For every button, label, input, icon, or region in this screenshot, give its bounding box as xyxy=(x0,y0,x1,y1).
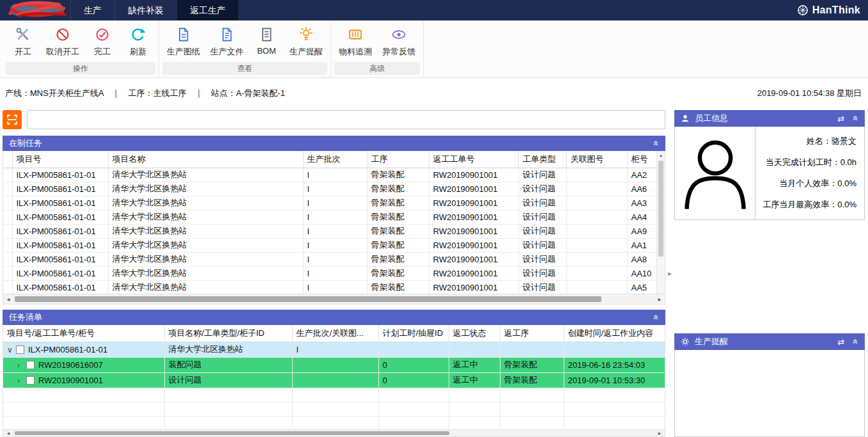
bom-button[interactable]: BOM xyxy=(249,22,284,56)
table-row[interactable]: ILX-PM005861-01-01清华大学北区换热站I骨架装配RW201909… xyxy=(3,210,665,224)
scroll-right-arrow-icon[interactable]: ▸ xyxy=(655,431,665,436)
vertical-scrollbar[interactable]: ▴ xyxy=(656,151,665,294)
row-selector[interactable] xyxy=(3,266,12,280)
table-row[interactable]: ILX-PM005861-01-01清华大学北区换热站I骨架装配RW201909… xyxy=(3,168,665,182)
row-selector[interactable] xyxy=(3,182,12,196)
column-header[interactable]: 返工工单号 xyxy=(429,151,518,168)
column-header[interactable]: 生产批次/关联图... xyxy=(292,325,378,342)
collapse-chevron-icon[interactable]: « xyxy=(853,337,858,347)
process-month-best-efficiency-field: 工序当月最高效率：0.0% xyxy=(756,194,856,215)
table-row[interactable]: ∨ILX-PM005861-01-01清华大学北区换热站I xyxy=(3,342,665,357)
collapse-chevron-icon[interactable]: « xyxy=(654,313,659,322)
column-header[interactable]: 返工状态 xyxy=(449,325,500,342)
table-row[interactable]: ILX-PM005861-01-01清华大学北区换热站I骨架装配RW201909… xyxy=(3,238,665,252)
column-header[interactable]: 项目号/返工工单号/柜号 xyxy=(3,325,164,342)
collapse-chevron-icon[interactable]: « xyxy=(654,139,659,148)
horizontal-scrollbar[interactable]: ◂ ▸ xyxy=(3,430,665,437)
start-work-button[interactable]: 开工 xyxy=(5,22,41,58)
chevron-right-icon[interactable]: › xyxy=(17,376,24,385)
scrollbar-thumb[interactable] xyxy=(658,161,663,257)
tab-missing-parts[interactable]: 缺件补装 xyxy=(114,0,176,20)
table-cell: 清华大学北区换热站 xyxy=(108,280,303,294)
row-selector[interactable] xyxy=(3,168,12,182)
button-label: BOM xyxy=(257,46,276,56)
table-cell: 设计问题 xyxy=(518,196,566,210)
ribbon-toolbar: 开工 取消开工 完工 刷新 操作 xyxy=(0,20,868,78)
row-selector[interactable] xyxy=(3,280,12,294)
scrollbar-thumb[interactable] xyxy=(15,296,601,302)
table-cell: I xyxy=(303,238,367,252)
column-header[interactable]: 关联图号 xyxy=(566,151,627,168)
row-selector[interactable] xyxy=(3,252,12,266)
button-label: 生产提醒 xyxy=(290,46,323,58)
production-files-button[interactable]: 生产文件 xyxy=(205,22,249,58)
column-header[interactable]: 创建时间/返工作业内容 xyxy=(564,325,665,342)
scroll-up-arrow-icon[interactable]: ▴ xyxy=(657,151,665,159)
row-selector[interactable] xyxy=(3,196,12,210)
row-selector-header xyxy=(3,151,12,168)
production-drawings-button[interactable]: 生产图纸 xyxy=(162,22,205,58)
scroll-left-arrow-icon[interactable]: ◂ xyxy=(3,295,13,304)
tab-rework-production[interactable]: 返工生产 xyxy=(176,0,239,20)
row-selector[interactable] xyxy=(3,210,12,224)
datetime-text: 2019-09-01 10:54:38 星期日 xyxy=(757,88,862,99)
scan-row xyxy=(3,110,665,129)
cancel-start-button[interactable]: 取消开工 xyxy=(41,22,84,58)
scroll-right-arrow-icon[interactable]: ▸ xyxy=(655,295,665,304)
table-row[interactable]: ILX-PM005861-01-01清华大学北区换热站I骨架装配RW201909… xyxy=(3,182,665,196)
chevron-down-icon[interactable]: ∨ xyxy=(7,346,13,354)
scroll-left-arrow-icon[interactable]: ◂ xyxy=(3,431,13,436)
table-row[interactable]: ILX-PM005861-01-01清华大学北区换热站I骨架装配RW201909… xyxy=(3,280,665,294)
wip-table-wrap: 项目号项目名称生产批次工序返工工单号工单类型关联图号柜号ILX-PM005861… xyxy=(3,151,665,294)
table-row[interactable]: ILX-PM005861-01-01清华大学北区换热站I骨架装配RW201909… xyxy=(3,224,665,238)
column-header[interactable]: 项目名称/工单类型/柜子ID xyxy=(164,325,292,342)
column-header[interactable]: 返工序 xyxy=(500,325,564,342)
table-row[interactable]: ›RW20190616007装配问题0返工中骨架装配2019-06-16 23:… xyxy=(3,357,665,372)
table-cell xyxy=(378,416,449,430)
horizontal-scrollbar[interactable]: ◂ ▸ xyxy=(3,294,665,305)
column-header[interactable]: 计划工时/抽屉ID xyxy=(378,325,449,342)
row-selector[interactable] xyxy=(3,238,12,252)
table-row[interactable]: ILX-PM005861-01-01清华大学北区换热站I骨架装配RW201909… xyxy=(3,266,665,280)
table-cell xyxy=(566,168,627,182)
scan-input[interactable] xyxy=(27,110,665,129)
swap-panel-icon[interactable]: ⇄ xyxy=(837,114,844,123)
section-title: 在制任务 xyxy=(9,138,42,149)
panel-splitter[interactable]: ▸ xyxy=(665,110,674,437)
table-cell xyxy=(564,402,665,416)
production-reminder-button[interactable]: 生产提醒 xyxy=(284,22,328,58)
table-row[interactable]: ILX-PM005861-01-01清华大学北区换热站I骨架装配RW201909… xyxy=(3,252,665,266)
employee-card-header: 员工信息 ⇄ « xyxy=(674,110,865,127)
table-row[interactable]: ›RW20190901001设计问题0返工中骨架装配2019-09-01 10:… xyxy=(3,372,665,388)
row-checkbox[interactable] xyxy=(16,346,24,354)
row-selector[interactable] xyxy=(3,224,12,238)
ribbon-group-label: 操作 xyxy=(6,62,155,75)
card-title: 生产提醒 xyxy=(695,336,728,347)
column-header[interactable]: 工序 xyxy=(367,151,429,168)
table-cell xyxy=(378,388,449,402)
scrollbar-thumb[interactable] xyxy=(15,431,449,435)
exception-feedback-button[interactable]: 异常反馈 xyxy=(377,22,421,58)
table-cell: 清华大学北区换热站 xyxy=(108,182,303,196)
column-header[interactable]: 项目名称 xyxy=(108,151,303,168)
button-label: 生产图纸 xyxy=(167,46,200,58)
refresh-button[interactable]: 刷新 xyxy=(120,22,156,58)
row-checkbox[interactable] xyxy=(26,376,35,385)
scan-button[interactable] xyxy=(3,110,22,129)
table-row[interactable]: ILX-PM005861-01-01清华大学北区换热站I骨架装配RW201909… xyxy=(3,196,665,210)
swap-panel-icon[interactable]: ⇄ xyxy=(837,337,844,347)
row-checkbox[interactable] xyxy=(26,361,35,369)
tab-production[interactable]: 生产 xyxy=(70,0,114,20)
table-cell xyxy=(566,280,627,294)
table-cell: 设计问题 xyxy=(518,280,566,294)
material-trace-button[interactable]: 物料追溯 xyxy=(334,22,377,58)
collapse-chevron-icon[interactable]: « xyxy=(853,114,858,123)
column-header[interactable]: 项目号 xyxy=(12,151,108,168)
table-cell xyxy=(566,210,627,224)
column-header[interactable]: 工单类型 xyxy=(518,151,566,168)
chevron-right-icon[interactable]: › xyxy=(17,361,24,370)
panel-collapse-arrow-icon[interactable]: ▸ xyxy=(668,269,672,278)
column-header[interactable]: 生产批次 xyxy=(303,151,367,168)
ribbon-group-view: 生产图纸 生产文件 BOM 生产提醒 查看 xyxy=(159,20,331,77)
complete-work-button[interactable]: 完工 xyxy=(84,22,120,58)
